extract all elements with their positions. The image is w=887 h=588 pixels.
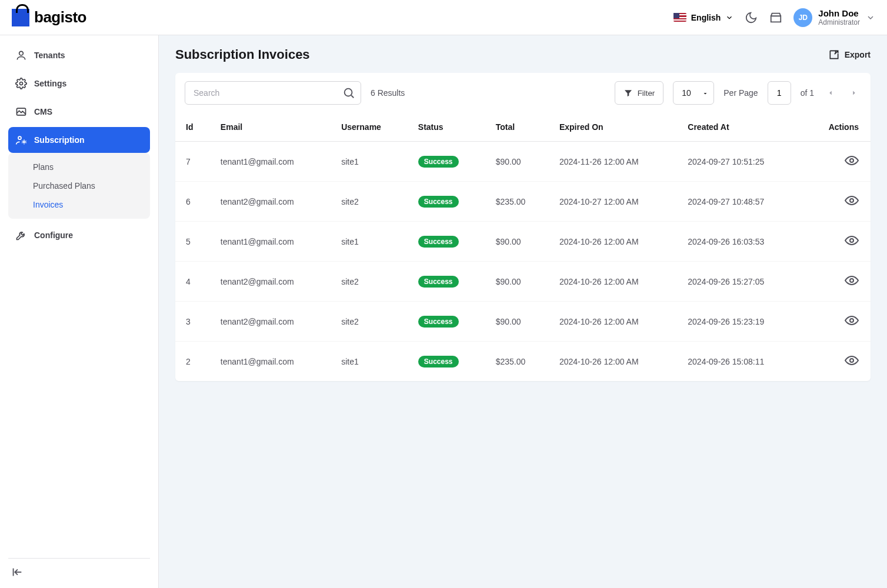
status-badge: Success (418, 196, 459, 208)
page-size-select[interactable]: 10 (673, 81, 714, 105)
cell-expired: 2024-10-27 12:00 AM (550, 182, 678, 222)
cell-id: 4 (175, 262, 211, 302)
cell-actions (803, 182, 871, 222)
sidebar-item-cms[interactable]: CMS (8, 99, 150, 125)
sidebar-item-label: Subscription (34, 135, 85, 145)
cell-email: tenant1@gmail.com (211, 342, 332, 382)
eye-icon (845, 193, 859, 208)
eye-icon (845, 153, 859, 168)
col-created[interactable]: Created At (678, 113, 803, 142)
cell-status: Success (409, 342, 486, 382)
language-label: English (691, 13, 721, 22)
export-button[interactable]: Export (828, 49, 871, 61)
svg-point-13 (850, 359, 853, 362)
visit-store-button[interactable] (769, 11, 783, 25)
sidebar-item-tenants[interactable]: Tenants (8, 42, 150, 68)
view-button[interactable] (845, 313, 859, 328)
view-button[interactable] (845, 273, 859, 288)
svg-point-3 (18, 136, 21, 139)
user-name: John Doe (818, 8, 860, 18)
view-button[interactable] (845, 233, 859, 248)
table-row: 3tenant2@gmail.comsite2Success$90.002024… (175, 302, 871, 342)
sidebar-collapse-button[interactable] (11, 566, 24, 579)
search-input[interactable] (185, 81, 361, 105)
caret-down-icon (702, 90, 709, 97)
subnav-item-purchased-plans[interactable]: Purchased Plans (11, 176, 148, 195)
image-icon (15, 106, 27, 118)
cell-actions (803, 302, 871, 342)
cell-total: $90.00 (486, 142, 550, 182)
sidebar-item-label: Configure (34, 230, 73, 240)
gear-icon (15, 78, 27, 89)
cell-id: 6 (175, 182, 211, 222)
cell-username: site1 (332, 142, 409, 182)
status-badge: Success (418, 276, 459, 288)
cell-username: site2 (332, 302, 409, 342)
sidebar-item-label: Settings (34, 79, 66, 88)
top-bar: bagisto English JD John Doe Administrato… (0, 0, 887, 35)
cell-status: Success (409, 182, 486, 222)
cell-status: Success (409, 302, 486, 342)
users-gear-icon (15, 134, 27, 146)
col-email[interactable]: Email (211, 113, 332, 142)
chevron-left-icon (826, 89, 835, 97)
cell-username: site2 (332, 262, 409, 302)
view-button[interactable] (845, 353, 859, 368)
export-label: Export (845, 50, 871, 59)
next-page-button[interactable] (847, 86, 861, 100)
col-total[interactable]: Total (486, 113, 550, 142)
col-expired[interactable]: Expired On (550, 113, 678, 142)
svg-point-6 (345, 89, 352, 96)
cell-actions (803, 342, 871, 382)
cell-created: 2024-09-27 10:51:25 (678, 142, 803, 182)
avatar: JD (793, 8, 812, 27)
svg-point-4 (23, 141, 25, 143)
page-number-input[interactable] (768, 81, 791, 105)
col-username[interactable]: Username (332, 113, 409, 142)
sidebar-item-subscription[interactable]: Subscription (8, 127, 150, 153)
col-status[interactable]: Status (409, 113, 486, 142)
filter-label: Filter (638, 89, 655, 98)
sidebar-item-settings[interactable]: Settings (8, 71, 150, 96)
cell-status: Success (409, 262, 486, 302)
filter-button[interactable]: Filter (615, 81, 664, 105)
svg-point-12 (850, 319, 853, 322)
sidebar: Tenants Settings CMS Subscription Plans … (0, 35, 159, 588)
chevron-down-icon (866, 13, 875, 22)
status-badge: Success (418, 236, 459, 248)
cell-total: $235.00 (486, 342, 550, 382)
table-row: 7tenant1@gmail.comsite1Success$90.002024… (175, 142, 871, 182)
cell-id: 3 (175, 302, 211, 342)
language-switcher[interactable]: English (673, 13, 734, 22)
sidebar-item-label: Tenants (34, 51, 65, 60)
cell-expired: 2024-10-26 12:00 AM (550, 302, 678, 342)
cell-created: 2024-09-26 16:03:53 (678, 222, 803, 262)
cell-username: site2 (332, 182, 409, 222)
search-icon[interactable] (342, 86, 355, 99)
subnav-item-plans[interactable]: Plans (11, 158, 148, 176)
cell-actions (803, 142, 871, 182)
cell-actions (803, 262, 871, 302)
cell-total: $90.00 (486, 262, 550, 302)
table-row: 2tenant1@gmail.comsite1Success$235.00202… (175, 342, 871, 382)
user-menu[interactable]: JD John Doe Administrator (793, 8, 875, 27)
status-badge: Success (418, 316, 459, 328)
dark-mode-toggle[interactable] (744, 11, 758, 25)
brand-logo[interactable]: bagisto (12, 8, 86, 26)
col-id[interactable]: Id (175, 113, 211, 142)
svg-point-1 (20, 82, 23, 85)
subnav-item-invoices[interactable]: Invoices (11, 195, 148, 214)
svg-point-10 (850, 239, 853, 242)
storefront-icon (769, 11, 782, 24)
status-badge: Success (418, 156, 459, 168)
col-actions: Actions (803, 113, 871, 142)
prev-page-button[interactable] (823, 86, 838, 100)
view-button[interactable] (845, 153, 859, 168)
eye-icon (845, 233, 859, 248)
cell-created: 2024-09-26 15:08:11 (678, 342, 803, 382)
moon-icon (745, 11, 758, 24)
sidebar-item-configure[interactable]: Configure (8, 222, 150, 248)
svg-point-8 (850, 159, 853, 162)
view-button[interactable] (845, 193, 859, 208)
cell-expired: 2024-11-26 12:00 AM (550, 142, 678, 182)
